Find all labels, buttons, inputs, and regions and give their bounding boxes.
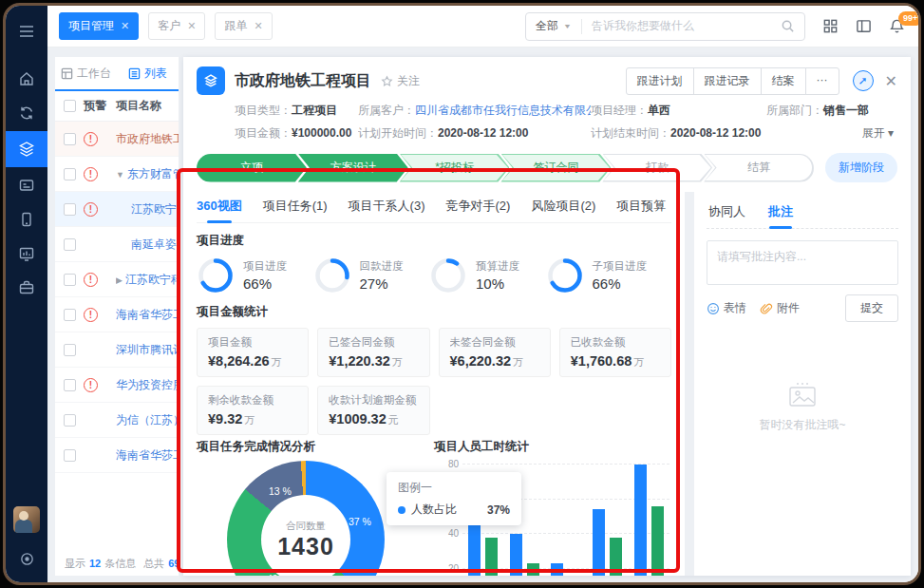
table-row[interactable]: 南延卓姿 <box>55 227 179 262</box>
table-row[interactable]: 海南省华莎工 <box>55 438 179 473</box>
layout-columns-icon[interactable] <box>856 18 872 34</box>
select-all-checkbox[interactable] <box>64 100 76 112</box>
project-name-link[interactable]: 市政府地铁工 <box>116 131 179 147</box>
tab-annotations[interactable]: 批注 <box>768 203 793 220</box>
project-name-link[interactable]: 华为投资控股 <box>116 377 179 393</box>
pipeline-stage[interactable]: 签订合同 <box>500 154 611 182</box>
project-name-link[interactable]: 深圳市腾讯计 <box>116 342 179 358</box>
detail-tab[interactable]: 风险项目(2) <box>531 198 595 217</box>
sync-icon[interactable] <box>6 97 47 129</box>
row-checkbox[interactable] <box>64 449 76 462</box>
expand-icon[interactable]: ▶ <box>116 275 123 285</box>
table-row[interactable]: !华为投资控股 <box>55 368 179 403</box>
table-row[interactable]: 为信（江苏） <box>55 403 179 438</box>
close-tab-icon[interactable]: ✕ <box>121 20 129 32</box>
device-icon[interactable] <box>6 203 47 236</box>
field: 计划结束时间：2020-08-12 12:00 <box>591 125 766 142</box>
detail-tab[interactable]: 竞争对手(2) <box>445 198 510 217</box>
row-checkbox[interactable] <box>64 203 76 216</box>
table-row[interactable]: !▼东方财富管 <box>55 157 179 192</box>
pipeline-stage[interactable]: *招投标 <box>400 154 510 182</box>
detail-tab[interactable]: 项目干系人(3) <box>349 198 425 217</box>
tab-list[interactable]: 列表 <box>117 57 179 89</box>
project-name-link[interactable]: 南延卓姿 <box>116 237 179 253</box>
collapse-icon[interactable]: ▼ <box>116 170 124 180</box>
open-tab-chips: 项目管理✕客户✕跟单✕ <box>59 12 273 40</box>
pipeline-stage[interactable]: 结算 <box>704 154 814 182</box>
project-name-link[interactable]: 海南省华莎工 <box>116 307 179 323</box>
action-button[interactable]: 跟进记录 <box>693 67 762 95</box>
project-name-link[interactable]: 为信（江苏） <box>116 412 179 428</box>
open-tab-chip[interactable]: 跟单✕ <box>215 12 272 40</box>
table-row[interactable]: !▶江苏欧宁科 <box>55 262 179 297</box>
pipeline-stage[interactable]: 打款 <box>602 154 712 182</box>
emoji-button[interactable]: 表情 <box>707 300 746 316</box>
row-checkbox[interactable] <box>64 379 76 391</box>
tab-workbench[interactable]: 工作台 <box>55 57 117 89</box>
action-button[interactable]: 跟进计划 <box>626 67 694 95</box>
project-name-link[interactable]: ▼东方财富管 <box>116 166 179 182</box>
open-tab-chip[interactable]: 客户✕ <box>148 12 205 40</box>
ring-label: 预算进度 <box>476 259 519 274</box>
tab-collaborators[interactable]: 协同人 <box>708 203 745 220</box>
table-row[interactable]: 深圳市腾讯计 <box>55 332 179 368</box>
open-tab-chip[interactable]: 项目管理✕ <box>59 12 139 40</box>
card-icon[interactable] <box>6 169 47 201</box>
open-external-icon[interactable]: ➚ <box>853 70 874 91</box>
projects-icon[interactable] <box>6 131 47 167</box>
table-row[interactable]: !海南省华莎工 <box>55 297 179 332</box>
notifications-bell-icon[interactable]: 99+ <box>889 18 905 34</box>
row-checkbox[interactable] <box>64 238 76 251</box>
close-tab-icon[interactable]: ✕ <box>187 20 196 32</box>
search-icon[interactable] <box>781 19 795 33</box>
apps-grid-icon[interactable] <box>822 18 839 34</box>
home-icon[interactable] <box>6 63 47 95</box>
search-input[interactable]: 告诉我你想要做什么 <box>592 18 781 34</box>
money-card-label: 剩余收款金额 <box>208 393 297 408</box>
eye-icon[interactable] <box>6 542 47 575</box>
action-button[interactable]: 结案 <box>761 67 806 95</box>
project-name-link[interactable]: 江苏欧宁 <box>116 201 179 218</box>
action-button[interactable]: ··· <box>805 67 839 95</box>
empty-image-icon <box>784 381 820 409</box>
project-type-icon <box>197 66 225 95</box>
row-checkbox[interactable] <box>64 133 76 145</box>
report-icon[interactable] <box>6 237 47 270</box>
pipeline-stage[interactable]: 立项 <box>197 154 307 182</box>
pipeline-stage[interactable]: 方案设计 <box>298 154 408 182</box>
row-checkbox[interactable] <box>64 274 76 286</box>
table-row[interactable]: !江苏欧宁 <box>55 192 179 227</box>
table-row[interactable]: !市政府地铁工 <box>55 122 179 157</box>
row-checkbox[interactable] <box>64 309 76 321</box>
project-name-link[interactable]: ▶江苏欧宁科 <box>116 272 179 288</box>
progress-ring: 回款进度27% <box>313 256 404 294</box>
search-scope-select[interactable]: 全部▼ <box>536 18 572 34</box>
add-stage-button[interactable]: 新增阶段 <box>825 153 897 182</box>
close-tab-icon[interactable]: ✕ <box>254 20 262 32</box>
row-checkbox[interactable] <box>64 344 76 356</box>
bar-已完成工时 <box>610 538 622 576</box>
detail-tab[interactable]: 项目任务(1) <box>263 198 328 217</box>
stage-label: 签订合同 <box>500 154 611 182</box>
comment-input[interactable]: 请填写批注内容... <box>707 240 898 285</box>
briefcase-icon[interactable] <box>6 272 47 304</box>
money-card: 未签合同金额¥6,220.32万 <box>439 328 551 377</box>
submit-button[interactable]: 提交 <box>845 294 898 322</box>
detail-tabs: 360视图项目任务(1)项目干系人(3)竞争对手(2)风险项目(2)项目预算更多… <box>197 192 671 223</box>
detail-tab[interactable]: 项目预算 <box>616 198 666 217</box>
detail-tab[interactable]: 360视图 <box>197 198 242 217</box>
bar-已完成工时 <box>527 563 539 576</box>
attachment-button[interactable]: 附件 <box>760 300 800 316</box>
user-avatar[interactable] <box>13 506 40 533</box>
dashboard-360-view: 360视图项目任务(1)项目干系人(3)竞争对手(2)风险项目(2)项目预算更多… <box>183 192 685 576</box>
row-checkbox[interactable] <box>64 168 76 180</box>
menu-icon[interactable] <box>6 15 47 47</box>
row-checkbox[interactable] <box>64 414 76 427</box>
close-icon[interactable]: ✕ <box>885 72 897 90</box>
project-name-link[interactable]: 海南省华莎工 <box>116 447 179 464</box>
money-card-label: 项目金额 <box>208 335 297 350</box>
expand-toggle[interactable]: 展开 ▾ <box>766 125 897 142</box>
follow-button[interactable]: 关注 <box>381 73 420 89</box>
customer-link[interactable]: 四川省成都市任我行信息技术有限公司 <box>415 104 591 117</box>
global-search[interactable]: 全部▼ 告诉我你想要做什么 <box>525 12 805 41</box>
